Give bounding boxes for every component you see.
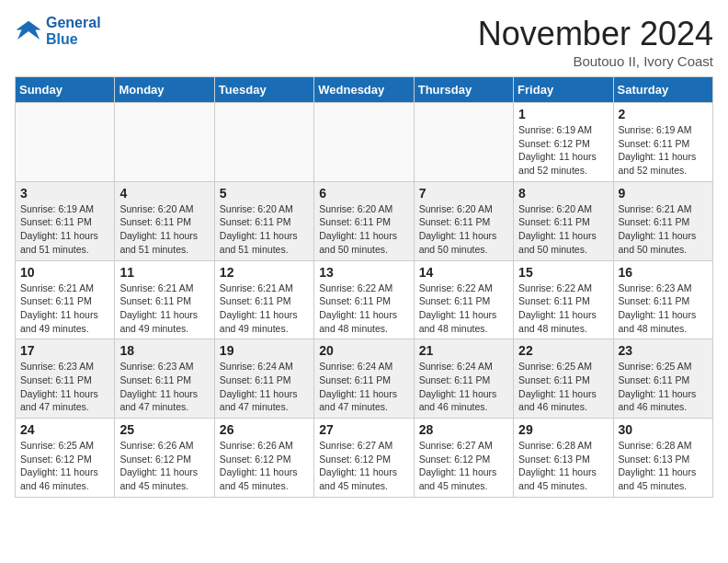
calendar-cell: 26Sunrise: 6:26 AM Sunset: 6:12 PM Dayli… bbox=[214, 419, 313, 498]
weekday-header: Tuesday bbox=[214, 77, 313, 103]
day-number: 13 bbox=[319, 265, 408, 280]
day-info: Sunrise: 6:22 AM Sunset: 6:11 PM Dayligh… bbox=[319, 282, 408, 336]
day-number: 16 bbox=[619, 265, 708, 280]
calendar-cell: 18Sunrise: 6:23 AM Sunset: 6:11 PM Dayli… bbox=[115, 339, 214, 419]
calendar-cell: 5Sunrise: 6:20 AM Sunset: 6:11 PM Daylig… bbox=[214, 181, 313, 260]
logo-text: General Blue bbox=[46, 15, 101, 47]
day-info: Sunrise: 6:27 AM Sunset: 6:12 PM Dayligh… bbox=[419, 439, 508, 493]
day-number: 30 bbox=[619, 422, 708, 437]
day-number: 1 bbox=[518, 107, 608, 121]
calendar-cell: 16Sunrise: 6:23 AM Sunset: 6:11 PM Dayli… bbox=[613, 260, 712, 339]
calendar-cell: 15Sunrise: 6:22 AM Sunset: 6:11 PM Dayli… bbox=[514, 260, 613, 339]
day-number: 9 bbox=[619, 186, 708, 201]
day-info: Sunrise: 6:23 AM Sunset: 6:11 PM Dayligh… bbox=[20, 360, 109, 414]
calendar-week-row: 10Sunrise: 6:21 AM Sunset: 6:11 PM Dayli… bbox=[16, 260, 713, 339]
logo: General Blue bbox=[15, 15, 101, 47]
calendar-cell: 22Sunrise: 6:25 AM Sunset: 6:11 PM Dayli… bbox=[514, 339, 613, 419]
calendar-cell: 2Sunrise: 6:19 AM Sunset: 6:11 PM Daylig… bbox=[613, 103, 712, 182]
calendar-table: SundayMondayTuesdayWednesdayThursdayFrid… bbox=[15, 76, 713, 498]
calendar-cell bbox=[414, 103, 513, 182]
day-number: 18 bbox=[119, 343, 209, 358]
day-info: Sunrise: 6:24 AM Sunset: 6:11 PM Dayligh… bbox=[220, 360, 309, 414]
day-number: 5 bbox=[220, 186, 309, 201]
calendar-cell: 27Sunrise: 6:27 AM Sunset: 6:12 PM Dayli… bbox=[314, 419, 414, 498]
day-info: Sunrise: 6:24 AM Sunset: 6:11 PM Dayligh… bbox=[319, 360, 408, 414]
day-info: Sunrise: 6:21 AM Sunset: 6:11 PM Dayligh… bbox=[619, 202, 708, 257]
calendar-cell: 29Sunrise: 6:28 AM Sunset: 6:13 PM Dayli… bbox=[514, 419, 613, 498]
calendar-cell: 19Sunrise: 6:24 AM Sunset: 6:11 PM Dayli… bbox=[214, 339, 313, 419]
calendar-cell: 30Sunrise: 6:28 AM Sunset: 6:13 PM Dayli… bbox=[613, 419, 712, 498]
calendar-header-row: SundayMondayTuesdayWednesdayThursdayFrid… bbox=[16, 77, 713, 103]
calendar-cell: 20Sunrise: 6:24 AM Sunset: 6:11 PM Dayli… bbox=[314, 339, 414, 419]
day-info: Sunrise: 6:19 AM Sunset: 6:11 PM Dayligh… bbox=[619, 123, 708, 178]
calendar-cell: 21Sunrise: 6:24 AM Sunset: 6:11 PM Dayli… bbox=[414, 339, 513, 419]
calendar-cell: 25Sunrise: 6:26 AM Sunset: 6:12 PM Dayli… bbox=[115, 419, 214, 498]
day-number: 10 bbox=[20, 265, 109, 280]
day-info: Sunrise: 6:20 AM Sunset: 6:11 PM Dayligh… bbox=[518, 202, 608, 257]
calendar-cell bbox=[115, 103, 214, 182]
calendar-cell: 10Sunrise: 6:21 AM Sunset: 6:11 PM Dayli… bbox=[16, 260, 115, 339]
calendar-week-row: 24Sunrise: 6:25 AM Sunset: 6:12 PM Dayli… bbox=[16, 419, 713, 498]
day-info: Sunrise: 6:24 AM Sunset: 6:11 PM Dayligh… bbox=[419, 360, 508, 414]
svg-marker-0 bbox=[17, 20, 41, 39]
day-info: Sunrise: 6:20 AM Sunset: 6:11 PM Dayligh… bbox=[419, 202, 508, 257]
day-number: 29 bbox=[518, 422, 608, 437]
calendar-cell bbox=[214, 103, 313, 182]
day-info: Sunrise: 6:28 AM Sunset: 6:13 PM Dayligh… bbox=[619, 439, 708, 493]
calendar-cell: 23Sunrise: 6:25 AM Sunset: 6:11 PM Dayli… bbox=[613, 339, 712, 419]
logo-icon bbox=[15, 17, 42, 45]
day-number: 22 bbox=[518, 343, 608, 358]
calendar-cell: 4Sunrise: 6:20 AM Sunset: 6:11 PM Daylig… bbox=[115, 181, 214, 260]
calendar-week-row: 3Sunrise: 6:19 AM Sunset: 6:11 PM Daylig… bbox=[16, 181, 713, 260]
day-info: Sunrise: 6:27 AM Sunset: 6:12 PM Dayligh… bbox=[319, 439, 408, 493]
day-number: 27 bbox=[319, 422, 408, 437]
day-info: Sunrise: 6:28 AM Sunset: 6:13 PM Dayligh… bbox=[518, 439, 608, 493]
day-info: Sunrise: 6:20 AM Sunset: 6:11 PM Dayligh… bbox=[119, 202, 209, 257]
day-info: Sunrise: 6:19 AM Sunset: 6:12 PM Dayligh… bbox=[518, 123, 608, 178]
day-info: Sunrise: 6:26 AM Sunset: 6:12 PM Dayligh… bbox=[119, 439, 209, 493]
page-header: General Blue November 2024 Boutouo II, I… bbox=[15, 15, 713, 69]
calendar-cell: 8Sunrise: 6:20 AM Sunset: 6:11 PM Daylig… bbox=[514, 181, 613, 260]
day-number: 12 bbox=[220, 265, 309, 280]
title-block: November 2024 Boutouo II, Ivory Coast bbox=[478, 15, 713, 69]
calendar-week-row: 17Sunrise: 6:23 AM Sunset: 6:11 PM Dayli… bbox=[16, 339, 713, 419]
weekday-header: Friday bbox=[514, 77, 613, 103]
calendar-cell: 14Sunrise: 6:22 AM Sunset: 6:11 PM Dayli… bbox=[414, 260, 513, 339]
weekday-header: Sunday bbox=[16, 77, 115, 103]
day-number: 4 bbox=[119, 186, 209, 201]
day-number: 25 bbox=[119, 422, 209, 437]
day-number: 14 bbox=[419, 265, 508, 280]
day-info: Sunrise: 6:19 AM Sunset: 6:11 PM Dayligh… bbox=[20, 202, 109, 257]
day-number: 19 bbox=[220, 343, 309, 358]
day-number: 26 bbox=[220, 422, 309, 437]
calendar-cell: 3Sunrise: 6:19 AM Sunset: 6:11 PM Daylig… bbox=[16, 181, 115, 260]
weekday-header: Saturday bbox=[613, 77, 712, 103]
calendar-cell: 13Sunrise: 6:22 AM Sunset: 6:11 PM Dayli… bbox=[314, 260, 414, 339]
day-info: Sunrise: 6:21 AM Sunset: 6:11 PM Dayligh… bbox=[20, 282, 109, 336]
day-number: 20 bbox=[319, 343, 408, 358]
calendar-cell bbox=[16, 103, 115, 182]
day-number: 2 bbox=[619, 107, 708, 121]
day-info: Sunrise: 6:21 AM Sunset: 6:11 PM Dayligh… bbox=[220, 282, 309, 336]
day-info: Sunrise: 6:22 AM Sunset: 6:11 PM Dayligh… bbox=[419, 282, 508, 336]
calendar-cell: 7Sunrise: 6:20 AM Sunset: 6:11 PM Daylig… bbox=[414, 181, 513, 260]
weekday-header: Monday bbox=[115, 77, 214, 103]
location: Boutouo II, Ivory Coast bbox=[478, 53, 713, 69]
day-number: 8 bbox=[518, 186, 608, 201]
day-number: 28 bbox=[419, 422, 508, 437]
day-info: Sunrise: 6:23 AM Sunset: 6:11 PM Dayligh… bbox=[619, 282, 708, 336]
day-number: 6 bbox=[319, 186, 408, 201]
calendar-week-row: 1Sunrise: 6:19 AM Sunset: 6:12 PM Daylig… bbox=[16, 103, 713, 182]
calendar-cell: 9Sunrise: 6:21 AM Sunset: 6:11 PM Daylig… bbox=[613, 181, 712, 260]
day-info: Sunrise: 6:26 AM Sunset: 6:12 PM Dayligh… bbox=[220, 439, 309, 493]
day-info: Sunrise: 6:23 AM Sunset: 6:11 PM Dayligh… bbox=[119, 360, 209, 414]
calendar-cell: 11Sunrise: 6:21 AM Sunset: 6:11 PM Dayli… bbox=[115, 260, 214, 339]
day-info: Sunrise: 6:25 AM Sunset: 6:12 PM Dayligh… bbox=[20, 439, 109, 493]
day-number: 24 bbox=[20, 422, 109, 437]
day-info: Sunrise: 6:21 AM Sunset: 6:11 PM Dayligh… bbox=[119, 282, 209, 336]
day-number: 23 bbox=[619, 343, 708, 358]
day-number: 17 bbox=[20, 343, 109, 358]
day-info: Sunrise: 6:20 AM Sunset: 6:11 PM Dayligh… bbox=[319, 202, 408, 257]
day-number: 11 bbox=[119, 265, 209, 280]
day-number: 15 bbox=[518, 265, 608, 280]
